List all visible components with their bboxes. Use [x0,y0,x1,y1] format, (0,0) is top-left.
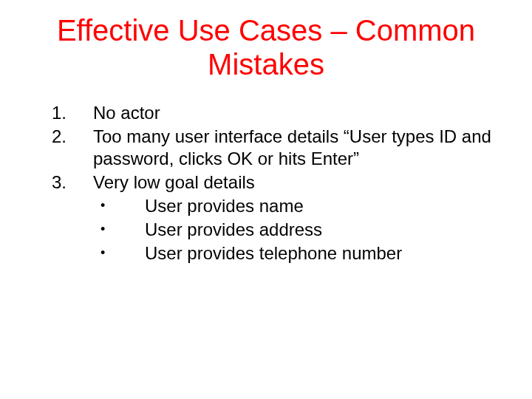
slide-content: 1. No actor 2. Too many user interface d… [30,102,502,265]
list-item: 1. No actor [52,102,502,124]
list-item: • User provides name [100,195,502,217]
list-text: Very low goal details [93,171,502,194]
list-text: Too many user interface details “User ty… [93,126,502,170]
list-marker: 3. [52,171,93,194]
list-text: User provides address [145,219,502,241]
list-item: • User provides address [100,219,502,241]
list-marker: 2. [52,126,93,148]
slide-title: Effective Use Cases – Common Mistakes [30,13,502,81]
sub-bullet-list: • User provides name • User provides add… [52,195,502,265]
slide: Effective Use Cases – Common Mistakes 1.… [0,0,532,399]
bullet-icon: • [100,195,145,216]
list-text: User provides name [145,195,502,217]
list-text: User provides telephone number [145,242,502,265]
list-item: 2. Too many user interface details “User… [52,126,502,170]
list-item: 3. Very low goal details [52,171,502,194]
bullet-icon: • [100,219,145,239]
list-item: • User provides telephone number [100,242,502,265]
list-marker: 1. [52,102,93,124]
list-text: No actor [93,102,502,124]
bullet-icon: • [100,242,145,263]
